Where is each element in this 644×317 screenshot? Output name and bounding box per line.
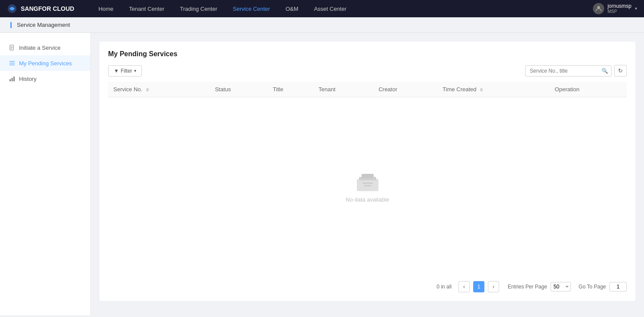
refresh-icon: ↻ (618, 67, 623, 74)
pagination: 0 in all ‹ 1 › Entries Per Page 10 20 50… (108, 276, 627, 292)
sidebar-item-initiate-service[interactable]: Initiate a Service (0, 40, 90, 55)
empty-state: No data available (108, 97, 627, 276)
svg-rect-10 (12, 78, 13, 81)
app-logo[interactable]: SANGFOR CLOUD (7, 3, 74, 14)
empty-text: No data available (346, 196, 389, 203)
search-area: 🔍 ↻ (525, 65, 627, 77)
sidebar-item-history[interactable]: History (0, 71, 90, 86)
nav-links: Home Tenant Center Trading Center Servic… (92, 0, 593, 17)
svg-rect-11 (13, 77, 15, 81)
nav-asset-center[interactable]: Asset Center (307, 0, 353, 17)
col-tenant: Tenant (314, 82, 374, 97)
svg-rect-9 (10, 79, 11, 81)
col-status: Status (210, 82, 268, 97)
filter-label: Filter (121, 68, 132, 74)
pagination-next[interactable]: › (488, 281, 499, 292)
top-navigation: SANGFOR CLOUD Home Tenant Center Trading… (0, 0, 644, 17)
nav-service-center[interactable]: Service Center (226, 0, 277, 17)
breadcrumb-accent (10, 22, 12, 28)
chart-icon (9, 75, 16, 82)
main-layout: Initiate a Service My Pending Services (0, 33, 644, 315)
search-icon[interactable]: 🔍 (602, 68, 608, 74)
breadcrumb: Service Management (0, 17, 644, 33)
filter-chevron-icon: ▾ (134, 68, 136, 73)
col-title: Title (268, 82, 314, 97)
pagination-page-1[interactable]: 1 (473, 281, 484, 292)
breadcrumb-label: Service Management (17, 22, 70, 28)
sort-time-icon[interactable] (480, 88, 483, 92)
list-icon (9, 60, 16, 67)
sidebar-item-my-pending-services[interactable]: My Pending Services (0, 55, 90, 71)
user-menu[interactable]: jornusmsp MSP ▾ (593, 3, 637, 14)
search-input[interactable] (525, 65, 612, 77)
search-input-wrap: 🔍 (525, 65, 612, 77)
page-title: My Pending Services (108, 50, 627, 58)
col-creator: Creator (373, 82, 437, 97)
pagination-prev[interactable]: ‹ (458, 281, 470, 292)
sidebar-item-label: Initiate a Service (19, 45, 61, 51)
services-table: Service No. Status Title Tenant Creator … (108, 82, 627, 97)
nav-trading-center[interactable]: Trading Center (173, 0, 224, 17)
app-name: SANGFOR CLOUD (21, 5, 74, 12)
empty-icon (355, 170, 381, 192)
sidebar-item-label: My Pending Services (19, 60, 72, 67)
sidebar: Initiate a Service My Pending Services (0, 33, 91, 315)
main-content: My Pending Services ▼ Filter ▾ 🔍 ↻ (91, 33, 644, 315)
refresh-button[interactable]: ↻ (614, 65, 627, 77)
toolbar: ▼ Filter ▾ 🔍 ↻ (108, 65, 627, 77)
nav-home[interactable]: Home (92, 0, 121, 17)
col-service-no: Service No. (108, 82, 210, 97)
pagination-total: 0 in all (436, 284, 452, 290)
user-info: jornusmsp MSP (608, 3, 631, 14)
goto-page-label: Go To Page (579, 284, 606, 290)
file-icon (9, 44, 16, 51)
col-time-created: Time Created (437, 82, 549, 97)
user-name: jornusmsp (608, 3, 631, 9)
svg-rect-15 (362, 183, 373, 184)
nav-om[interactable]: O&M (279, 0, 305, 17)
user-avatar (593, 3, 604, 14)
sidebar-item-label: History (19, 76, 36, 82)
sort-icon[interactable] (146, 88, 149, 92)
content-card: My Pending Services ▼ Filter ▾ 🔍 ↻ (99, 42, 635, 301)
svg-rect-16 (364, 185, 371, 186)
entries-per-page-label: Entries Per Page (508, 284, 547, 290)
filter-button[interactable]: ▼ Filter ▾ (108, 65, 142, 77)
goto-page-input[interactable] (609, 282, 627, 291)
entries-per-page-select[interactable]: 10 20 50 100 (551, 282, 571, 291)
col-operation: Operation (550, 82, 627, 97)
chevron-down-icon: ▾ (635, 6, 637, 11)
filter-icon: ▼ (114, 68, 119, 74)
table-header: Service No. Status Title Tenant Creator … (108, 82, 627, 97)
svg-point-1 (597, 6, 600, 9)
nav-tenant-center[interactable]: Tenant Center (122, 0, 171, 17)
user-role: MSP (608, 9, 631, 14)
svg-rect-14 (362, 174, 374, 178)
